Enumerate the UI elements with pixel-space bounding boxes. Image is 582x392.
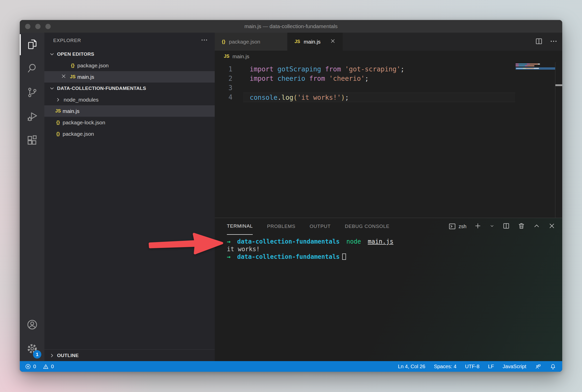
settings-badge: 1 bbox=[33, 350, 41, 359]
title-bar: main.js — data-collection-fundamentals bbox=[20, 20, 562, 33]
panel-header: TERMINAL PROBLEMS OUTPUT DEBUG CONSOLE z… bbox=[215, 218, 562, 235]
feedback-icon[interactable] bbox=[535, 363, 541, 370]
minimap-line bbox=[516, 64, 540, 65]
errors-icon bbox=[25, 363, 31, 370]
json-file-icon: {} bbox=[68, 63, 77, 68]
js-file-icon: JS bbox=[53, 108, 63, 114]
tree-item-package-json[interactable]: {} package.json bbox=[44, 128, 215, 140]
close-panel-icon[interactable] bbox=[548, 222, 556, 231]
explorer-more-actions-icon[interactable] bbox=[201, 36, 208, 45]
cursor-position[interactable]: Ln 4, Col 26 bbox=[398, 364, 425, 369]
json-file-icon: {} bbox=[53, 120, 63, 125]
open-editor-main-js[interactable]: JS main.js bbox=[44, 71, 215, 83]
chevron-down-icon bbox=[49, 85, 55, 91]
tab-main-js[interactable]: JS main.js bbox=[287, 33, 343, 51]
kill-terminal-icon[interactable] bbox=[518, 222, 525, 231]
encoding[interactable]: UTF-8 bbox=[465, 364, 480, 369]
terminal-output[interactable]: →data-collection-fundamentals node main.… bbox=[215, 235, 562, 261]
terminal-line-command: →data-collection-fundamentals node main.… bbox=[227, 238, 562, 245]
json-file-icon: {} bbox=[222, 39, 225, 44]
editor-group: {} package.json JS main.js JS main.js bbox=[215, 33, 562, 361]
close-editor-icon[interactable] bbox=[59, 74, 68, 80]
js-file-icon: JS bbox=[295, 39, 300, 44]
js-file-icon: JS bbox=[68, 74, 77, 80]
problems-indicator[interactable]: 0 0 bbox=[25, 363, 54, 370]
line-number: 1 bbox=[215, 65, 243, 74]
language-mode[interactable]: JavaScript bbox=[503, 364, 526, 369]
json-file-icon: {} bbox=[53, 131, 63, 136]
activity-account[interactable] bbox=[20, 313, 44, 337]
panel-tab-output[interactable]: OUTPUT bbox=[310, 218, 331, 235]
code-line-4-current: 4 console.log('it works!'); bbox=[215, 93, 515, 102]
open-editor-package-json[interactable]: {} package.json bbox=[44, 60, 215, 71]
code-line-1: 1 import gotScraping from 'got-scraping'… bbox=[215, 65, 515, 74]
activity-settings[interactable]: 1 bbox=[20, 337, 44, 361]
tree-item-main-js[interactable]: JS main.js bbox=[44, 105, 215, 117]
code-editor[interactable]: 1 import gotScraping from 'got-scraping'… bbox=[215, 62, 562, 218]
panel-tab-debug-console[interactable]: DEBUG CONSOLE bbox=[345, 218, 389, 235]
tree-item-node-modules[interactable]: node_modules bbox=[44, 94, 215, 105]
account-icon bbox=[26, 319, 38, 331]
terminal-icon bbox=[448, 223, 456, 230]
status-bar: 0 0 Ln 4, Col 26 Spaces: 4 UTF-8 LF Java… bbox=[20, 361, 562, 372]
new-terminal-icon[interactable] bbox=[474, 222, 482, 231]
breadcrumb[interactable]: JS main.js bbox=[215, 51, 562, 62]
vscode-window: main.js — data-collection-fundamentals bbox=[20, 20, 562, 372]
window-title: main.js — data-collection-fundamentals bbox=[20, 23, 562, 29]
explorer-sidebar: EXPLORER OPEN EDITORS {} package.json JS… bbox=[44, 33, 215, 361]
panel-tab-problems[interactable]: PROBLEMS bbox=[267, 218, 295, 235]
code-line-2: 2 import cheerio from 'cheerio'; bbox=[215, 74, 515, 83]
line-number: 2 bbox=[215, 74, 243, 83]
run-debug-icon bbox=[26, 111, 38, 123]
split-terminal-icon[interactable] bbox=[502, 222, 510, 231]
bottom-panel: TERMINAL PROBLEMS OUTPUT DEBUG CONSOLE z… bbox=[215, 218, 562, 361]
terminal-line-output: it works! bbox=[227, 245, 562, 253]
sidebar-title: EXPLORER bbox=[53, 38, 81, 43]
activity-search[interactable] bbox=[20, 57, 44, 81]
chevron-right-icon bbox=[55, 97, 61, 103]
scrollbar-handle[interactable] bbox=[555, 84, 562, 86]
indentation[interactable]: Spaces: 4 bbox=[434, 364, 457, 369]
line-number: 4 bbox=[215, 93, 243, 102]
panel-tab-terminal[interactable]: TERMINAL bbox=[227, 218, 253, 235]
split-editor-icon[interactable] bbox=[535, 37, 543, 46]
editor-more-actions-icon[interactable] bbox=[550, 37, 558, 46]
js-file-icon: JS bbox=[224, 54, 229, 59]
outline-section-header[interactable]: OUTLINE bbox=[44, 350, 215, 361]
code-line-3: 3 bbox=[215, 83, 515, 93]
terminal-line-prompt: →data-collection-fundamentals bbox=[227, 253, 562, 261]
eol-sequence[interactable]: LF bbox=[488, 364, 494, 369]
maximize-panel-icon[interactable] bbox=[533, 222, 540, 231]
activity-explorer[interactable] bbox=[20, 33, 44, 57]
activity-bar: 1 bbox=[20, 33, 44, 361]
terminal-cursor bbox=[342, 253, 346, 260]
editor-scrollbar[interactable] bbox=[555, 62, 562, 218]
minimap-current-line bbox=[516, 67, 555, 70]
source-control-icon bbox=[26, 87, 38, 99]
tab-package-json[interactable]: {} package.json bbox=[215, 33, 287, 51]
activity-source-control[interactable] bbox=[20, 81, 44, 105]
workspace-folder-header[interactable]: DATA-COLLECTION-FUNDAMENTALS bbox=[44, 83, 215, 94]
search-icon bbox=[26, 63, 38, 75]
chevron-down-icon bbox=[49, 51, 55, 57]
chevron-right-icon bbox=[49, 352, 55, 359]
terminal-dropdown-icon[interactable] bbox=[489, 223, 495, 230]
tree-item-package-lock-json[interactable]: {} package-lock.json bbox=[44, 117, 215, 128]
files-icon bbox=[26, 38, 38, 51]
annotation-arrow bbox=[146, 230, 224, 259]
minimap-line bbox=[516, 65, 534, 66]
minimap[interactable] bbox=[515, 62, 555, 218]
close-tab-icon[interactable] bbox=[330, 38, 336, 45]
line-number: 3 bbox=[215, 83, 243, 93]
activity-run-debug[interactable] bbox=[20, 105, 44, 129]
activity-extensions[interactable] bbox=[20, 129, 44, 153]
open-editors-header[interactable]: OPEN EDITORS bbox=[44, 48, 215, 60]
extensions-icon bbox=[26, 135, 38, 147]
shell-selector[interactable]: zsh bbox=[448, 223, 466, 230]
warnings-icon bbox=[43, 363, 49, 370]
activity-bar-spacer bbox=[20, 153, 44, 313]
notifications-bell-icon[interactable] bbox=[550, 363, 556, 370]
editor-tab-bar: {} package.json JS main.js bbox=[215, 33, 562, 51]
